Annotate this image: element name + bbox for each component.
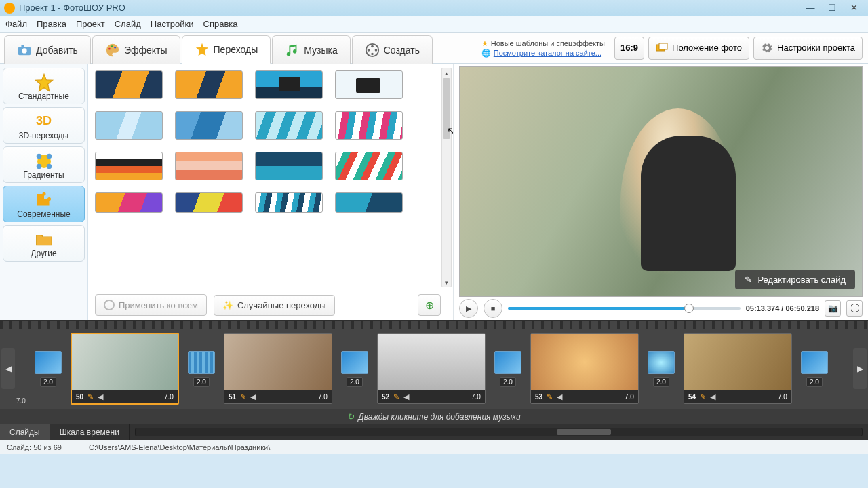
aspect-ratio-button[interactable]: 16:9 <box>614 37 644 60</box>
transition-thumb[interactable] <box>335 70 403 99</box>
slide-number: 51 <box>229 393 236 401</box>
timeline-prev-button[interactable]: ◀ <box>1 348 15 389</box>
timeline-slide[interactable]: 53✎◀7.0 <box>530 333 639 404</box>
transition-thumb[interactable] <box>95 152 163 180</box>
edit-icon[interactable]: ✎ <box>393 392 399 401</box>
timeline-strip[interactable]: ◀ 7.0 2.0 50✎◀7.0 2.0 51✎◀7.0 2.0 52✎◀7.… <box>0 329 868 409</box>
scroll-down-icon[interactable]: ▾ <box>442 278 451 287</box>
transition-thumb[interactable] <box>95 70 163 99</box>
tab-add[interactable]: Добавить <box>4 35 91 64</box>
timeline-scroll-thumb[interactable] <box>557 429 611 435</box>
timeline-slide[interactable]: 52✎◀7.0 <box>377 333 486 404</box>
sound-icon[interactable]: ◀ <box>557 392 562 401</box>
cat-other[interactable]: Другие <box>3 225 85 262</box>
transition-duration[interactable]: 2.0 <box>500 377 516 387</box>
edit-icon[interactable]: ✎ <box>700 392 706 401</box>
transition-thumb[interactable] <box>335 192 403 213</box>
timeline-transition[interactable]: 2.0 <box>491 351 525 387</box>
project-settings-button[interactable]: Настройки проекта <box>753 37 863 60</box>
maximize-button[interactable]: ☐ <box>822 2 842 14</box>
close-button[interactable]: ✕ <box>844 2 864 14</box>
transition-thumb[interactable] <box>175 152 243 180</box>
slide-duration[interactable]: 7.0 <box>625 393 634 401</box>
tab-music[interactable]: Музыка <box>272 35 351 64</box>
sound-icon[interactable]: ◀ <box>250 392 256 401</box>
snapshot-button[interactable]: 📷 <box>825 300 841 317</box>
add-transition-button[interactable]: ⊕ <box>418 294 441 316</box>
transition-thumb[interactable] <box>95 111 163 140</box>
transition-duration[interactable]: 2.0 <box>40 377 56 387</box>
transition-thumb[interactable] <box>255 192 323 213</box>
timeline-transition[interactable]: 2.0 <box>31 351 65 387</box>
timeline-tab-slides[interactable]: Слайды <box>0 424 50 440</box>
play-button[interactable]: ▶ <box>459 299 478 318</box>
timeline-tab-timescale[interactable]: Шкала времени <box>50 424 130 440</box>
timeline-transition[interactable]: 2.0 <box>338 351 372 387</box>
sound-icon[interactable]: ◀ <box>98 392 103 401</box>
menu-settings[interactable]: Настройки <box>151 19 194 29</box>
transition-thumb[interactable] <box>335 111 403 140</box>
menu-project[interactable]: Проект <box>76 19 105 29</box>
scrollbar-thumb[interactable] <box>443 78 450 139</box>
slide-duration[interactable]: 7.0 <box>471 393 481 401</box>
edit-icon[interactable]: ✎ <box>240 392 246 401</box>
fullscreen-button[interactable]: ⛶ <box>846 300 863 317</box>
cat-standard[interactable]: Стандартные <box>3 68 85 104</box>
transition-thumb[interactable] <box>255 111 323 140</box>
music-track[interactable]: ↻ Дважды кликните для добавления музыки <box>0 409 868 424</box>
add-icon: ⊕ <box>425 299 434 312</box>
timeline-next-button[interactable]: ▶ <box>853 348 867 389</box>
slide-duration[interactable]: 7.0 <box>318 393 328 401</box>
slide-duration[interactable]: 7.0 <box>778 393 787 401</box>
timeline-transition[interactable]: 2.0 <box>184 351 218 387</box>
transition-thumb[interactable] <box>175 70 243 99</box>
menu-file[interactable]: Файл <box>5 19 27 29</box>
photo-layout-button[interactable]: Положение фото <box>648 37 749 60</box>
edit-icon[interactable]: ✎ <box>547 392 553 401</box>
transition-duration[interactable]: 2.0 <box>806 377 823 387</box>
transition-thumb[interactable] <box>175 111 243 140</box>
menu-help[interactable]: Справка <box>203 19 238 29</box>
promo-link[interactable]: Посмотрите каталог на сайте... <box>494 48 601 58</box>
globe-icon: 🌐 <box>481 48 491 58</box>
tab-transitions[interactable]: Переходы <box>182 35 271 64</box>
transition-duration[interactable]: 2.0 <box>193 377 210 387</box>
seek-knob[interactable] <box>684 304 694 313</box>
tab-effects[interactable]: Эффекты <box>92 35 180 64</box>
edit-icon[interactable]: ✎ <box>87 392 94 401</box>
apply-icon <box>104 300 115 310</box>
transition-thumb[interactable] <box>175 192 243 213</box>
slide-duration[interactable]: 7.0 <box>164 393 174 401</box>
transition-duration[interactable]: 2.0 <box>347 377 363 387</box>
timeline-scrollbar[interactable] <box>135 428 863 436</box>
timeline-transition[interactable]: 2.0 <box>644 351 678 387</box>
stop-button[interactable]: ■ <box>484 299 502 318</box>
transitions-scrollbar[interactable]: ▴ ▾ <box>441 68 452 287</box>
minimize-button[interactable]: — <box>800 2 821 14</box>
scroll-up-icon[interactable]: ▴ <box>442 68 451 77</box>
menu-slide[interactable]: Слайд <box>115 19 141 29</box>
transition-thumb[interactable] <box>255 152 323 180</box>
timeline-slide[interactable]: 50✎◀7.0 <box>71 333 179 405</box>
preview-image[interactable]: ✎ Редактировать слайд <box>459 66 863 297</box>
cat-gradients[interactable]: Градиенты <box>3 146 85 183</box>
apply-all-button[interactable]: Применить ко всем <box>95 294 207 316</box>
timeline-transition[interactable]: 2.0 <box>797 351 831 387</box>
random-transitions-button[interactable]: ✨ Случайные переходы <box>214 295 335 316</box>
edit-slide-button[interactable]: ✎ Редактировать слайд <box>735 270 855 289</box>
timeline-slide[interactable]: 54✎◀7.0 <box>684 333 792 404</box>
cat-3d[interactable]: 3D 3D-переходы <box>3 107 85 144</box>
seek-slider[interactable] <box>508 307 741 310</box>
sound-icon[interactable]: ◀ <box>710 392 715 401</box>
tab-effects-label: Эффекты <box>124 45 167 56</box>
menu-edit[interactable]: Правка <box>37 19 66 29</box>
cat-modern[interactable]: Современные <box>3 186 85 222</box>
sound-icon[interactable]: ◀ <box>403 392 409 401</box>
timeline-slide[interactable]: 51✎◀7.0 <box>224 333 332 404</box>
transition-thumb[interactable] <box>95 192 163 213</box>
transition-thumb[interactable] <box>255 70 323 99</box>
tab-create[interactable]: Создать <box>352 35 433 64</box>
svg-rect-2 <box>21 45 24 47</box>
transition-duration[interactable]: 2.0 <box>653 377 669 387</box>
transition-thumb[interactable] <box>335 152 403 180</box>
